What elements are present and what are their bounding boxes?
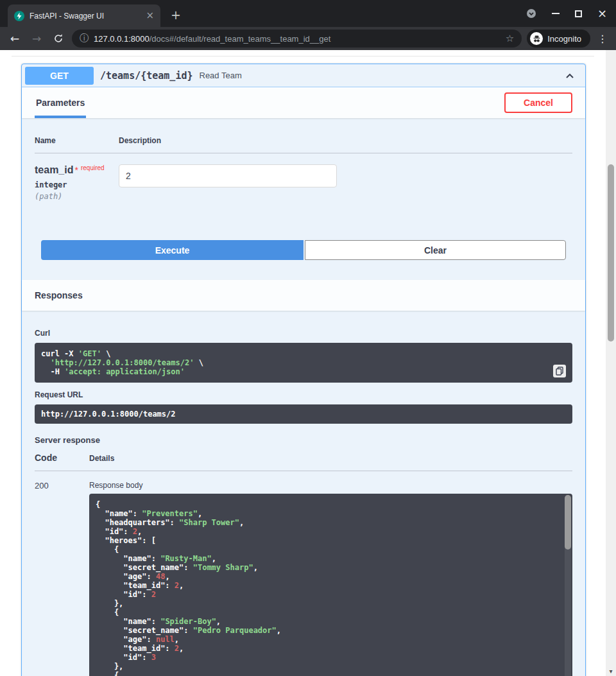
browser-window: FastAPI - Swagger UI × + × ← → ⓘ 127.0.0…: [0, 0, 616, 676]
responses-header: Responses: [22, 280, 585, 311]
http-method-badge: GET: [25, 67, 94, 85]
responses-body: Curl curl -X 'GET' \ 'http://127.0.0.1:8…: [22, 311, 585, 676]
incognito-icon: [530, 32, 543, 45]
forward-icon[interactable]: →: [28, 30, 45, 47]
page-scrollbar-thumb[interactable]: [608, 164, 614, 342]
browser-menu-icon[interactable]: ⋮: [595, 33, 610, 45]
tab-search-icon[interactable]: [526, 8, 536, 19]
browser-titlebar: FastAPI - Swagger UI × + ×: [0, 0, 616, 27]
required-label: required: [81, 164, 105, 171]
response-column-headers: Code Details: [35, 453, 572, 471]
response-row: 200 Response body { "name": "Preventers"…: [35, 471, 572, 676]
column-header-code: Code: [35, 453, 89, 463]
responses-title: Responses: [35, 290, 83, 300]
bookmark-star-icon[interactable]: ☆: [506, 33, 514, 44]
endpoint-path: /teams/{team_id}: [100, 70, 193, 82]
opblock-summary[interactable]: GET /teams/{team_id} Read Team: [22, 64, 585, 87]
collapse-chevron-icon[interactable]: [563, 69, 576, 82]
window-controls: ×: [526, 0, 607, 27]
minimize-button[interactable]: [552, 13, 560, 14]
tab-title: FastAPI - Swagger UI: [30, 12, 141, 21]
new-tab-button[interactable]: +: [168, 7, 184, 22]
parameter-row: team_id*required integer (path): [35, 153, 572, 201]
response-details: Response body { "name": "Preventers", "h…: [89, 481, 572, 676]
url-path: /docs#/default/read_team_teams__team_id_…: [150, 34, 331, 44]
team-id-input[interactable]: [119, 164, 337, 187]
request-url-value: http://127.0.0.1:8000/teams/2: [41, 410, 176, 419]
incognito-badge: Incognito: [527, 30, 590, 48]
param-description-cell: [119, 164, 572, 201]
curl-command-block[interactable]: curl -X 'GET' \ 'http://127.0.0.1:8000/t…: [35, 343, 572, 383]
close-button[interactable]: ×: [597, 8, 607, 19]
required-star: *: [74, 165, 78, 175]
param-name-cell: team_id*required integer (path): [35, 164, 119, 201]
column-header-details: Details: [89, 454, 572, 463]
browser-toolbar: ← → ⓘ 127.0.0.1:8000/docs#/default/read_…: [0, 27, 616, 50]
parameters-header: Parameters Cancel: [22, 87, 585, 118]
response-scrollbar[interactable]: [565, 495, 571, 676]
page-scrollbar[interactable]: ▾: [606, 50, 616, 676]
execute-row: Execute Clear: [41, 240, 566, 260]
param-type: integer: [35, 180, 119, 189]
address-bar[interactable]: ⓘ 127.0.0.1:8000/docs#/default/read_team…: [72, 30, 522, 48]
url-host: 127.0.0.1:8000: [94, 34, 150, 44]
parameters-column-headers: Name Description: [35, 136, 572, 153]
execute-button[interactable]: Execute: [41, 240, 304, 260]
clear-button[interactable]: Clear: [305, 240, 566, 260]
scroll-down-icon[interactable]: ▾: [606, 668, 616, 675]
page-content: GET /teams/{team_id} Read Team Parameter…: [0, 50, 606, 676]
opblock-get-read-team: GET /teams/{team_id} Read Team Parameter…: [21, 64, 586, 676]
response-scrollbar-thumb[interactable]: [565, 495, 571, 550]
curl-command: curl -X 'GET' \ 'http://127.0.0.1:8000/t…: [41, 349, 566, 376]
url-text[interactable]: 127.0.0.1:8000/docs#/default/read_team_t…: [94, 34, 501, 44]
tab-parameters[interactable]: Parameters: [35, 87, 86, 118]
param-name: team_id: [35, 164, 73, 175]
parameters-body: Name Description team_id*required intege…: [22, 118, 585, 280]
incognito-label: Incognito: [547, 34, 581, 44]
response-body-json: { "name": "Preventers", "headquarters": …: [96, 500, 557, 676]
response-body-label: Response body: [89, 481, 572, 490]
cancel-button[interactable]: Cancel: [504, 92, 572, 113]
browser-tab[interactable]: FastAPI - Swagger UI ×: [8, 4, 160, 27]
site-info-icon[interactable]: ⓘ: [80, 33, 89, 44]
param-location: (path): [35, 192, 119, 201]
reload-icon[interactable]: [50, 30, 67, 47]
section-divider: [12, 50, 594, 56]
response-body-block[interactable]: { "name": "Preventers", "headquarters": …: [89, 494, 572, 676]
endpoint-summary: Read Team: [200, 71, 558, 80]
fastapi-favicon-icon: [14, 11, 24, 21]
tab-close-icon[interactable]: ×: [146, 11, 154, 21]
status-code: 200: [35, 481, 89, 676]
copy-icon[interactable]: [553, 365, 566, 377]
column-header-name: Name: [35, 136, 119, 145]
server-response-label: Server response: [35, 435, 572, 445]
column-header-description: Description: [119, 136, 572, 145]
request-url-label: Request URL: [35, 390, 572, 399]
request-url-block: http://127.0.0.1:8000/teams/2: [35, 404, 572, 424]
maximize-button[interactable]: [575, 10, 582, 17]
curl-label: Curl: [35, 329, 572, 338]
back-icon[interactable]: ←: [6, 30, 23, 47]
